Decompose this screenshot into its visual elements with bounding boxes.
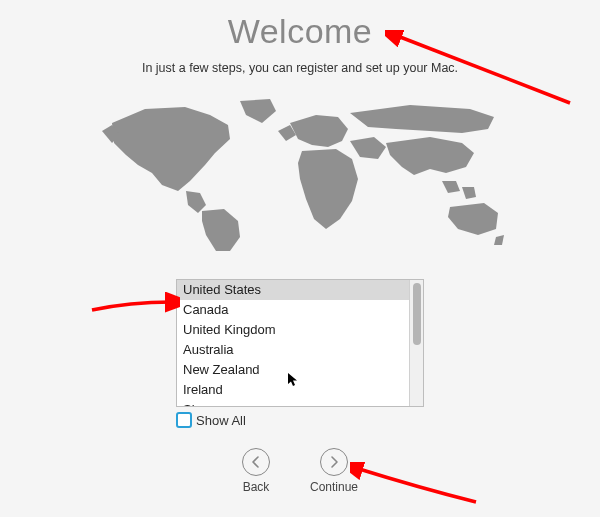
continue-label: Continue — [310, 480, 358, 494]
list-item[interactable]: United Kingdom — [177, 320, 409, 340]
list-item[interactable]: Australia — [177, 340, 409, 360]
show-all-label: Show All — [196, 413, 246, 428]
scrollbar-thumb[interactable] — [413, 283, 421, 345]
continue-button[interactable]: Continue — [310, 448, 358, 494]
list-item[interactable]: United States — [177, 280, 409, 300]
list-item[interactable]: Singapore — [177, 400, 409, 407]
page-subtitle: In just a few steps, you can register an… — [142, 61, 458, 75]
country-list[interactable]: United States Canada United Kingdom Aust… — [176, 279, 424, 407]
cursor-icon — [288, 373, 298, 387]
list-item[interactable]: Canada — [177, 300, 409, 320]
back-label: Back — [243, 480, 270, 494]
continue-arrow-icon — [320, 448, 348, 476]
back-arrow-icon — [242, 448, 270, 476]
show-all-row[interactable]: Show All — [176, 412, 424, 428]
back-button[interactable]: Back — [242, 448, 270, 494]
show-all-checkbox[interactable] — [176, 412, 192, 428]
page-title: Welcome — [228, 12, 373, 51]
scrollbar[interactable] — [409, 280, 423, 406]
world-map — [90, 95, 510, 255]
